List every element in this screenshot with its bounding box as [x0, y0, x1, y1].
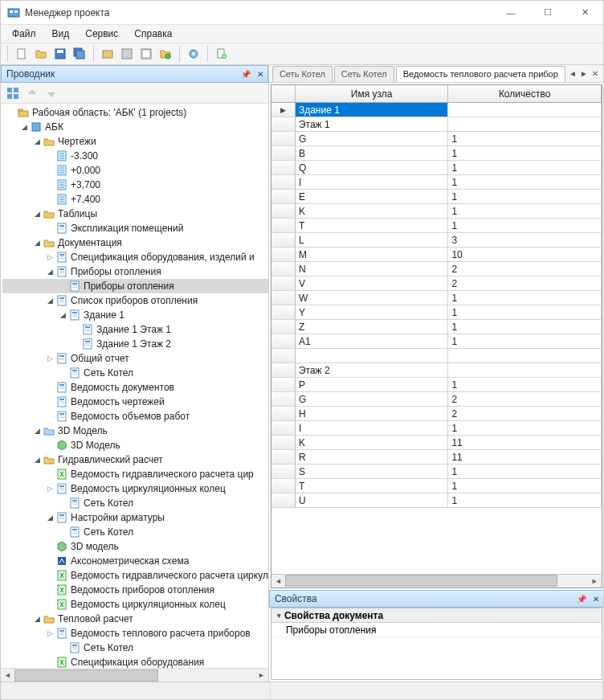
tree-item[interactable]: Сеть Котел	[2, 525, 268, 539]
cell-quantity[interactable]: 10	[448, 248, 601, 261]
tree-view[interactable]: Рабочая область: 'АБК' (1 projects)◢АБК◢…	[1, 104, 268, 668]
maximize-button[interactable]: ☐	[529, 1, 566, 25]
tree-item[interactable]: ▷Ведомость циркуляционных колец	[2, 481, 268, 496]
cell-node-name[interactable]: S	[296, 465, 448, 478]
tree-item[interactable]: Здание 1 Этаж 1	[2, 322, 268, 337]
tree-item[interactable]: Сеть Котел	[2, 366, 268, 380]
cell-quantity[interactable]: 11	[448, 436, 601, 449]
tab-scroll-left[interactable]: ◄	[567, 69, 578, 78]
grid-row[interactable]: K1	[271, 204, 602, 219]
tab-scroll-right[interactable]: ►	[578, 69, 590, 78]
cell-node-name[interactable]: M	[296, 248, 448, 261]
cell-quantity[interactable]: 1	[448, 320, 601, 334]
tree-item[interactable]: ◢3D Модель	[2, 424, 268, 438]
view-mode-button[interactable]	[4, 84, 22, 102]
settings-button[interactable]	[185, 45, 202, 63]
open-button[interactable]	[32, 45, 50, 63]
cell-node-name[interactable]: Z	[296, 320, 448, 334]
row-header[interactable]	[271, 204, 296, 218]
tree-item[interactable]: Аксонометрическая схема	[2, 554, 268, 568]
new-button[interactable]	[13, 45, 31, 63]
cell-quantity[interactable]: 1	[448, 421, 601, 435]
menu-service[interactable]: Сервис	[79, 27, 124, 41]
props-close-icon[interactable]: ✕	[589, 592, 603, 606]
grid-row[interactable]: L3	[271, 233, 602, 248]
cell-node-name[interactable]: V	[296, 276, 448, 290]
tree-item[interactable]: ◢Здание 1	[2, 308, 268, 322]
menu-help[interactable]: Справка	[128, 27, 178, 41]
cell-quantity[interactable]	[448, 117, 601, 131]
collapse-icon[interactable]: ◢	[44, 268, 55, 276]
tree-item[interactable]: ◢Настройки арматуры	[2, 510, 268, 525]
tree-item[interactable]: ◢Гидравлический расчет	[2, 452, 268, 467]
row-header[interactable]	[271, 378, 296, 391]
cell-quantity[interactable]: 1	[448, 204, 601, 218]
grid-row[interactable]: B1	[271, 146, 602, 161]
collapse-icon[interactable]: ◢	[31, 210, 43, 218]
collapse-icon[interactable]: ◢	[31, 137, 43, 145]
collapse-icon[interactable]: ◢	[31, 427, 43, 435]
row-header[interactable]	[271, 465, 296, 478]
column-quantity[interactable]: Количество	[448, 85, 601, 102]
cell-node-name[interactable]	[296, 349, 448, 362]
expand-icon[interactable]: ▷	[44, 629, 55, 637]
grid-row[interactable]: P1	[271, 378, 602, 392]
grid-row[interactable]: Z1	[271, 320, 602, 334]
cell-quantity[interactable]: 2	[448, 262, 601, 276]
row-header[interactable]	[271, 219, 296, 232]
category-collapse-icon[interactable]: ▾	[275, 612, 284, 620]
row-header[interactable]	[271, 248, 296, 261]
grid-row[interactable]: E1	[271, 190, 602, 204]
row-header[interactable]	[271, 392, 296, 406]
cell-quantity[interactable]	[448, 349, 601, 362]
tree-item[interactable]: Ведомость гидравлического расчета циркул	[2, 568, 268, 583]
cell-quantity[interactable]: 1	[448, 378, 601, 391]
row-header[interactable]	[271, 450, 296, 464]
row-header[interactable]	[271, 161, 296, 174]
tree-item[interactable]: Сеть Котел	[2, 496, 268, 510]
expand-icon[interactable]: ▷	[44, 253, 55, 261]
cell-node-name[interactable]: Q	[296, 161, 448, 174]
cell-node-name[interactable]: K	[296, 436, 448, 449]
grid-row[interactable]: Этаж 1	[271, 117, 602, 132]
tool-button-3[interactable]	[137, 45, 155, 63]
grid-row[interactable]: Этаж 2	[271, 363, 602, 378]
panel-close-icon[interactable]: ✕	[253, 67, 267, 81]
tree-item[interactable]: ◢Список приборов отопления	[2, 293, 268, 308]
grid-row[interactable]: I1	[271, 421, 602, 436]
grid-row[interactable]: I1	[271, 175, 602, 190]
cell-node-name[interactable]: N	[296, 262, 448, 276]
grid-row[interactable]: V2	[271, 276, 602, 291]
cell-node-name[interactable]: G	[296, 392, 448, 406]
cell-quantity[interactable]: 1	[448, 493, 601, 507]
tree-item[interactable]: Ведомость гидравлического расчета цир	[2, 467, 268, 481]
cell-node-name[interactable]: K	[296, 204, 448, 218]
tool-button-1[interactable]	[99, 45, 116, 63]
collapse-icon[interactable]: ◢	[31, 239, 43, 247]
save-all-button[interactable]	[71, 45, 88, 63]
tree-item[interactable]: Ведомость приборов отопления	[2, 583, 268, 597]
tree-item[interactable]: Рабочая область: 'АБК' (1 projects)	[2, 105, 268, 120]
collapse-icon[interactable]: ◢	[57, 311, 68, 319]
cell-quantity[interactable]	[448, 103, 601, 117]
grid-row[interactable]: K11	[271, 436, 602, 450]
expand-icon[interactable]: ▷	[44, 485, 55, 493]
cell-node-name[interactable]: T	[296, 219, 448, 232]
menu-file[interactable]: Файл	[6, 27, 43, 41]
expand-icon[interactable]: ▷	[44, 354, 55, 362]
cell-node-name[interactable]: H	[296, 407, 448, 420]
collapse-icon[interactable]: ◢	[44, 514, 55, 522]
cell-quantity[interactable]: 2	[448, 407, 601, 420]
cell-quantity[interactable]: 1	[448, 305, 601, 319]
cell-quantity[interactable]: 1	[448, 161, 601, 174]
add-button[interactable]	[213, 45, 231, 63]
collapse-icon[interactable]: ◢	[44, 297, 55, 305]
row-header[interactable]	[271, 407, 296, 420]
grid-row[interactable]: ▶Здание 1	[271, 103, 602, 117]
document-tab[interactable]: Сеть Котел	[272, 66, 333, 82]
row-header[interactable]	[271, 363, 296, 377]
grid-row[interactable]: G1	[271, 132, 602, 146]
cell-node-name[interactable]: B	[296, 146, 448, 160]
cell-quantity[interactable]: 1	[448, 132, 601, 145]
cell-node-name[interactable]: E	[296, 190, 448, 203]
